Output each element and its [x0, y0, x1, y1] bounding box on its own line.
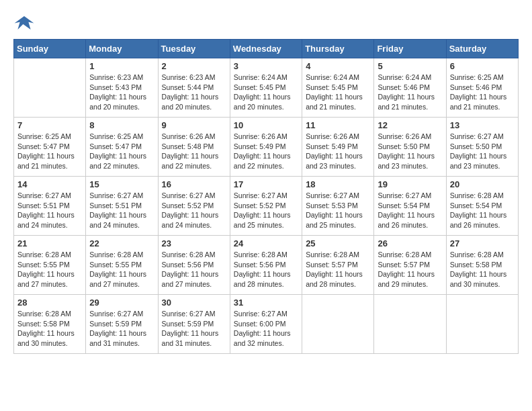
- calendar-table: SundayMondayTuesdayWednesdayThursdayFrid…: [13, 39, 519, 354]
- day-number: 11: [306, 120, 370, 130]
- calendar-cell: [14, 58, 86, 118]
- day-number: 27: [450, 238, 515, 248]
- calendar-cell: 21 Sunrise: 6:28 AMSunset: 5:55 PMDaylig…: [14, 236, 86, 295]
- day-info: Sunrise: 6:26 AMSunset: 5:50 PMDaylight:…: [378, 132, 442, 171]
- day-number: 23: [162, 238, 226, 248]
- calendar-cell: 12 Sunrise: 6:26 AMSunset: 5:50 PMDaylig…: [374, 118, 446, 177]
- day-number: 30: [162, 298, 226, 308]
- day-info: Sunrise: 6:28 AMSunset: 5:55 PMDaylight:…: [17, 250, 82, 289]
- calendar-week-row: 28 Sunrise: 6:28 AMSunset: 5:58 PMDaylig…: [14, 295, 519, 354]
- calendar-week-row: 21 Sunrise: 6:28 AMSunset: 5:55 PMDaylig…: [14, 236, 519, 295]
- day-info: Sunrise: 6:26 AMSunset: 5:48 PMDaylight:…: [162, 132, 226, 171]
- calendar-cell: 20 Sunrise: 6:28 AMSunset: 5:54 PMDaylig…: [446, 177, 518, 236]
- calendar-cell: 19 Sunrise: 6:27 AMSunset: 5:54 PMDaylig…: [374, 177, 446, 236]
- svg-marker-0: [15, 16, 34, 30]
- day-number: 1: [89, 61, 154, 71]
- calendar-cell: 26 Sunrise: 6:28 AMSunset: 5:57 PMDaylig…: [374, 236, 446, 295]
- calendar-cell: 23 Sunrise: 6:28 AMSunset: 5:56 PMDaylig…: [158, 236, 230, 295]
- day-info: Sunrise: 6:28 AMSunset: 5:56 PMDaylight:…: [234, 250, 298, 289]
- calendar-cell: 14 Sunrise: 6:27 AMSunset: 5:51 PMDaylig…: [14, 177, 86, 236]
- day-info: Sunrise: 6:28 AMSunset: 5:57 PMDaylight:…: [306, 250, 370, 289]
- day-info: Sunrise: 6:27 AMSunset: 5:54 PMDaylight:…: [378, 191, 442, 230]
- day-number: 31: [234, 298, 298, 308]
- day-info: Sunrise: 6:28 AMSunset: 5:58 PMDaylight:…: [450, 250, 515, 289]
- day-info: Sunrise: 6:28 AMSunset: 5:54 PMDaylight:…: [450, 191, 515, 230]
- day-number: 8: [89, 120, 154, 130]
- day-number: 24: [234, 238, 298, 248]
- calendar-cell: 6 Sunrise: 6:25 AMSunset: 5:46 PMDayligh…: [446, 58, 518, 118]
- calendar-cell: 9 Sunrise: 6:26 AMSunset: 5:48 PMDayligh…: [158, 118, 230, 177]
- calendar-cell: 30 Sunrise: 6:27 AMSunset: 5:59 PMDaylig…: [158, 295, 230, 354]
- day-info: Sunrise: 6:27 AMSunset: 5:53 PMDaylight:…: [306, 191, 370, 230]
- weekday-header: Monday: [86, 40, 158, 58]
- day-number: 18: [306, 179, 370, 189]
- calendar-cell: 18 Sunrise: 6:27 AMSunset: 5:53 PMDaylig…: [302, 177, 374, 236]
- day-info: Sunrise: 6:27 AMSunset: 5:52 PMDaylight:…: [234, 191, 298, 230]
- day-info: Sunrise: 6:27 AMSunset: 6:00 PMDaylight:…: [234, 309, 298, 349]
- calendar-cell: 29 Sunrise: 6:27 AMSunset: 5:59 PMDaylig…: [86, 295, 158, 354]
- day-number: 19: [378, 179, 442, 189]
- weekday-header: Thursday: [302, 40, 374, 58]
- calendar-cell: 25 Sunrise: 6:28 AMSunset: 5:57 PMDaylig…: [302, 236, 374, 295]
- calendar-cell: 10 Sunrise: 6:26 AMSunset: 5:49 PMDaylig…: [230, 118, 302, 177]
- weekday-header: Wednesday: [230, 40, 302, 58]
- day-number: 26: [378, 238, 442, 248]
- calendar-cell: 24 Sunrise: 6:28 AMSunset: 5:56 PMDaylig…: [230, 236, 302, 295]
- day-info: Sunrise: 6:27 AMSunset: 5:51 PMDaylight:…: [17, 191, 82, 230]
- day-number: 6: [450, 61, 515, 71]
- calendar-week-row: 1 Sunrise: 6:23 AMSunset: 5:43 PMDayligh…: [14, 58, 519, 118]
- day-number: 15: [89, 179, 154, 189]
- calendar-cell: 27 Sunrise: 6:28 AMSunset: 5:58 PMDaylig…: [446, 236, 518, 295]
- weekday-header: Saturday: [446, 40, 518, 58]
- day-number: 10: [234, 120, 298, 130]
- calendar-cell: 4 Sunrise: 6:24 AMSunset: 5:45 PMDayligh…: [302, 58, 374, 118]
- page-header: [13, 13, 519, 32]
- day-info: Sunrise: 6:28 AMSunset: 5:56 PMDaylight:…: [162, 250, 226, 289]
- day-number: 7: [17, 120, 82, 130]
- day-info: Sunrise: 6:24 AMSunset: 5:46 PMDaylight:…: [378, 73, 442, 112]
- day-number: 17: [234, 179, 298, 189]
- calendar-cell: 8 Sunrise: 6:25 AMSunset: 5:47 PMDayligh…: [86, 118, 158, 177]
- day-number: 2: [162, 61, 226, 71]
- weekday-header-row: SundayMondayTuesdayWednesdayThursdayFrid…: [14, 40, 519, 58]
- calendar-cell: 11 Sunrise: 6:26 AMSunset: 5:49 PMDaylig…: [302, 118, 374, 177]
- calendar-week-row: 14 Sunrise: 6:27 AMSunset: 5:51 PMDaylig…: [14, 177, 519, 236]
- day-number: 9: [162, 120, 226, 130]
- day-number: 21: [17, 238, 82, 248]
- calendar-cell: 1 Sunrise: 6:23 AMSunset: 5:43 PMDayligh…: [86, 58, 158, 118]
- day-number: 29: [89, 298, 154, 308]
- day-info: Sunrise: 6:23 AMSunset: 5:43 PMDaylight:…: [89, 73, 154, 112]
- day-info: Sunrise: 6:24 AMSunset: 5:45 PMDaylight:…: [234, 73, 298, 112]
- day-info: Sunrise: 6:24 AMSunset: 5:45 PMDaylight:…: [306, 73, 370, 112]
- calendar-cell: 15 Sunrise: 6:27 AMSunset: 5:51 PMDaylig…: [86, 177, 158, 236]
- day-number: 3: [234, 61, 298, 71]
- day-info: Sunrise: 6:28 AMSunset: 5:57 PMDaylight:…: [378, 250, 442, 289]
- day-number: 5: [378, 61, 442, 71]
- day-info: Sunrise: 6:27 AMSunset: 5:59 PMDaylight:…: [89, 309, 154, 349]
- day-number: 25: [306, 238, 370, 248]
- day-info: Sunrise: 6:27 AMSunset: 5:59 PMDaylight:…: [162, 309, 226, 349]
- calendar-cell: [302, 295, 374, 354]
- day-info: Sunrise: 6:28 AMSunset: 5:55 PMDaylight:…: [89, 250, 154, 289]
- day-number: 28: [17, 298, 82, 308]
- calendar-cell: [374, 295, 446, 354]
- day-number: 14: [17, 179, 82, 189]
- calendar-cell: 5 Sunrise: 6:24 AMSunset: 5:46 PMDayligh…: [374, 58, 446, 118]
- day-info: Sunrise: 6:26 AMSunset: 5:49 PMDaylight:…: [234, 132, 298, 171]
- day-number: 13: [450, 120, 515, 130]
- calendar-cell: [446, 295, 518, 354]
- day-info: Sunrise: 6:27 AMSunset: 5:52 PMDaylight:…: [162, 191, 226, 230]
- day-info: Sunrise: 6:25 AMSunset: 5:47 PMDaylight:…: [89, 132, 154, 171]
- day-info: Sunrise: 6:28 AMSunset: 5:58 PMDaylight:…: [17, 309, 82, 349]
- logo-icon: [13, 13, 35, 32]
- logo: [13, 13, 38, 32]
- weekday-header: Friday: [374, 40, 446, 58]
- calendar-cell: 22 Sunrise: 6:28 AMSunset: 5:55 PMDaylig…: [86, 236, 158, 295]
- day-number: 16: [162, 179, 226, 189]
- day-info: Sunrise: 6:23 AMSunset: 5:44 PMDaylight:…: [162, 73, 226, 112]
- day-info: Sunrise: 6:26 AMSunset: 5:49 PMDaylight:…: [306, 132, 370, 171]
- calendar-cell: 2 Sunrise: 6:23 AMSunset: 5:44 PMDayligh…: [158, 58, 230, 118]
- day-info: Sunrise: 6:27 AMSunset: 5:50 PMDaylight:…: [450, 132, 515, 171]
- day-number: 22: [89, 238, 154, 248]
- day-number: 12: [378, 120, 442, 130]
